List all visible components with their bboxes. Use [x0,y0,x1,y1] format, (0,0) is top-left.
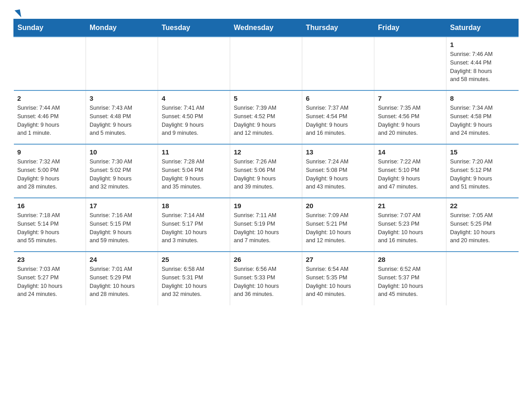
calendar-cell: 8Sunrise: 7:34 AMSunset: 4:58 PMDaylight… [446,90,519,144]
day-info: Sunrise: 7:43 AMSunset: 4:48 PMDaylight:… [90,104,154,137]
calendar-cell: 26Sunrise: 6:56 AMSunset: 5:33 PMDayligh… [230,252,302,305]
weekday-header-friday: Friday [374,19,446,37]
day-number: 18 [162,202,226,210]
calendar-cell: 20Sunrise: 7:09 AMSunset: 5:21 PMDayligh… [302,198,374,252]
calendar-cell [230,37,302,90]
calendar-cell [14,37,86,90]
day-number: 21 [378,202,442,210]
weekday-header-sunday: Sunday [14,19,86,37]
calendar-cell: 2Sunrise: 7:44 AMSunset: 4:46 PMDaylight… [14,90,86,144]
calendar-cell: 7Sunrise: 7:35 AMSunset: 4:56 PMDaylight… [374,90,446,144]
calendar-cell: 1Sunrise: 7:46 AMSunset: 4:44 PMDaylight… [446,37,519,90]
weekday-row: SundayMondayTuesdayWednesdayThursdayFrid… [14,19,519,37]
calendar-cell: 25Sunrise: 6:58 AMSunset: 5:31 PMDayligh… [158,252,230,305]
day-number: 1 [450,41,515,48]
day-info: Sunrise: 7:14 AMSunset: 5:17 PMDaylight:… [162,211,226,245]
calendar-cell [158,37,230,90]
calendar-cell [446,252,519,305]
day-info: Sunrise: 7:35 AMSunset: 4:56 PMDaylight:… [378,104,442,137]
day-number: 17 [90,202,154,210]
day-info: Sunrise: 7:01 AMSunset: 5:29 PMDaylight:… [90,265,154,299]
calendar-cell: 19Sunrise: 7:11 AMSunset: 5:19 PMDayligh… [230,198,302,252]
day-info: Sunrise: 7:22 AMSunset: 5:10 PMDaylight:… [378,158,442,191]
day-info: Sunrise: 7:39 AMSunset: 4:52 PMDaylight:… [234,104,298,137]
calendar-header: SundayMondayTuesdayWednesdayThursdayFrid… [14,19,519,37]
calendar-table: SundayMondayTuesdayWednesdayThursdayFrid… [13,19,519,305]
day-number: 15 [450,148,515,156]
day-info: Sunrise: 7:18 AMSunset: 5:14 PMDaylight:… [17,211,82,245]
day-info: Sunrise: 7:28 AMSunset: 5:04 PMDaylight:… [162,158,226,191]
day-number: 5 [234,94,298,102]
calendar-week-2: 2Sunrise: 7:44 AMSunset: 4:46 PMDaylight… [14,90,519,144]
calendar-cell: 14Sunrise: 7:22 AMSunset: 5:10 PMDayligh… [374,144,446,198]
day-info: Sunrise: 7:03 AMSunset: 5:27 PMDaylight:… [17,265,82,299]
day-number: 28 [378,256,442,263]
day-number: 12 [234,148,298,156]
day-info: Sunrise: 7:11 AMSunset: 5:19 PMDaylight:… [234,211,298,245]
calendar-cell [302,37,374,90]
calendar-body: 1Sunrise: 7:46 AMSunset: 4:44 PMDaylight… [14,37,519,305]
day-number: 25 [162,256,226,263]
calendar-cell [86,37,158,90]
weekday-header-saturday: Saturday [446,19,519,37]
day-info: Sunrise: 7:07 AMSunset: 5:23 PMDaylight:… [378,211,442,245]
calendar-cell: 23Sunrise: 7:03 AMSunset: 5:27 PMDayligh… [14,252,86,305]
day-number: 11 [162,148,226,156]
day-info: Sunrise: 6:58 AMSunset: 5:31 PMDaylight:… [162,265,226,299]
day-number: 24 [90,256,154,263]
weekday-header-tuesday: Tuesday [158,19,230,37]
logo-arrow-icon [15,9,21,18]
day-info: Sunrise: 7:44 AMSunset: 4:46 PMDaylight:… [17,104,82,137]
day-number: 23 [17,256,82,263]
calendar-cell: 12Sunrise: 7:26 AMSunset: 5:06 PMDayligh… [230,144,302,198]
day-number: 16 [17,202,82,210]
day-number: 10 [90,148,154,156]
calendar-cell: 15Sunrise: 7:20 AMSunset: 5:12 PMDayligh… [446,144,519,198]
day-info: Sunrise: 7:41 AMSunset: 4:50 PMDaylight:… [162,104,226,137]
day-number: 27 [306,256,370,263]
day-number: 2 [17,94,82,102]
calendar-cell: 6Sunrise: 7:37 AMSunset: 4:54 PMDaylight… [302,90,374,144]
day-info: Sunrise: 7:09 AMSunset: 5:21 PMDaylight:… [306,211,370,245]
calendar-cell: 5Sunrise: 7:39 AMSunset: 4:52 PMDaylight… [230,90,302,144]
calendar-cell: 24Sunrise: 7:01 AMSunset: 5:29 PMDayligh… [86,252,158,305]
calendar-cell: 22Sunrise: 7:05 AMSunset: 5:25 PMDayligh… [446,198,519,252]
calendar-week-3: 9Sunrise: 7:32 AMSunset: 5:00 PMDaylight… [14,144,519,198]
day-info: Sunrise: 7:30 AMSunset: 5:02 PMDaylight:… [90,158,154,191]
day-info: Sunrise: 7:34 AMSunset: 4:58 PMDaylight:… [450,104,515,137]
calendar-cell: 27Sunrise: 6:54 AMSunset: 5:35 PMDayligh… [302,252,374,305]
day-number: 13 [306,148,370,156]
calendar-cell: 21Sunrise: 7:07 AMSunset: 5:23 PMDayligh… [374,198,446,252]
logo-line1 [13,9,21,17]
day-number: 26 [234,256,298,263]
calendar-cell: 18Sunrise: 7:14 AMSunset: 5:17 PMDayligh… [158,198,230,252]
calendar-cell: 9Sunrise: 7:32 AMSunset: 5:00 PMDaylight… [14,144,86,198]
weekday-header-monday: Monday [86,19,158,37]
calendar-cell: 17Sunrise: 7:16 AMSunset: 5:15 PMDayligh… [86,198,158,252]
day-number: 14 [378,148,442,156]
day-info: Sunrise: 7:46 AMSunset: 4:44 PMDaylight:… [450,50,515,84]
day-info: Sunrise: 7:20 AMSunset: 5:12 PMDaylight:… [450,158,515,191]
day-number: 7 [378,94,442,102]
calendar-week-5: 23Sunrise: 7:03 AMSunset: 5:27 PMDayligh… [14,252,519,305]
day-number: 3 [90,94,154,102]
day-number: 9 [17,148,82,156]
day-info: Sunrise: 6:54 AMSunset: 5:35 PMDaylight:… [306,265,370,299]
day-info: Sunrise: 6:52 AMSunset: 5:37 PMDaylight:… [378,265,442,299]
calendar-cell: 13Sunrise: 7:24 AMSunset: 5:08 PMDayligh… [302,144,374,198]
weekday-header-thursday: Thursday [302,19,374,37]
calendar-cell: 28Sunrise: 6:52 AMSunset: 5:37 PMDayligh… [374,252,446,305]
calendar-week-4: 16Sunrise: 7:18 AMSunset: 5:14 PMDayligh… [14,198,519,252]
weekday-header-wednesday: Wednesday [230,19,302,37]
day-number: 20 [306,202,370,210]
day-number: 4 [162,94,226,102]
logo [13,9,21,14]
day-info: Sunrise: 7:37 AMSunset: 4:54 PMDaylight:… [306,104,370,137]
day-info: Sunrise: 6:56 AMSunset: 5:33 PMDaylight:… [234,265,298,299]
day-number: 19 [234,202,298,210]
day-info: Sunrise: 7:26 AMSunset: 5:06 PMDaylight:… [234,158,298,191]
day-info: Sunrise: 7:05 AMSunset: 5:25 PMDaylight:… [450,211,515,245]
day-info: Sunrise: 7:16 AMSunset: 5:15 PMDaylight:… [90,211,154,245]
calendar-cell: 16Sunrise: 7:18 AMSunset: 5:14 PMDayligh… [14,198,86,252]
calendar-cell: 10Sunrise: 7:30 AMSunset: 5:02 PMDayligh… [86,144,158,198]
